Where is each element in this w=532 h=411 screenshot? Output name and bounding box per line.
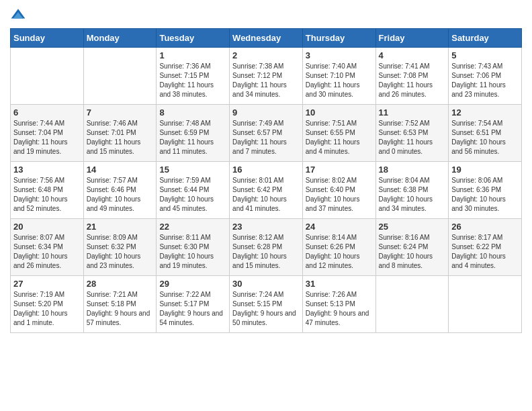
day-number: 7 <box>87 107 154 118</box>
day-number: 10 <box>306 107 373 118</box>
header-day-thursday: Thursday <box>302 29 375 48</box>
calendar-cell: 2Sunrise: 7:38 AM Sunset: 7:12 PM Daylig… <box>230 48 303 105</box>
calendar-cell: 13Sunrise: 7:56 AM Sunset: 6:48 PM Dayli… <box>11 162 84 219</box>
day-number: 30 <box>232 279 300 289</box>
calendar-cell: 20Sunrise: 8:07 AM Sunset: 6:34 PM Dayli… <box>11 219 84 276</box>
day-number: 9 <box>232 107 300 118</box>
header-day-sunday: Sunday <box>11 29 84 48</box>
day-info: Sunrise: 8:11 AM Sunset: 6:30 PM Dayligh… <box>159 233 226 271</box>
day-number: 2 <box>232 50 300 60</box>
calendar-cell: 23Sunrise: 8:12 AM Sunset: 6:28 PM Dayli… <box>230 219 303 276</box>
logo-icon <box>10 7 26 23</box>
calendar-cell <box>449 276 522 333</box>
day-info: Sunrise: 8:17 AM Sunset: 6:22 PM Dayligh… <box>451 233 519 271</box>
calendar-week-2: 6Sunrise: 7:44 AM Sunset: 7:04 PM Daylig… <box>11 105 522 162</box>
calendar-cell: 12Sunrise: 7:54 AM Sunset: 6:51 PM Dayli… <box>449 105 522 162</box>
day-info: Sunrise: 7:24 AM Sunset: 5:15 PM Dayligh… <box>232 290 300 328</box>
calendar-week-4: 20Sunrise: 8:07 AM Sunset: 6:34 PM Dayli… <box>11 219 522 276</box>
day-info: Sunrise: 7:43 AM Sunset: 7:06 PM Dayligh… <box>451 62 519 99</box>
day-number: 24 <box>306 222 373 232</box>
calendar-cell: 21Sunrise: 8:09 AM Sunset: 6:32 PM Dayli… <box>83 219 157 276</box>
calendar-cell: 26Sunrise: 8:17 AM Sunset: 6:22 PM Dayli… <box>449 219 522 276</box>
day-info: Sunrise: 7:48 AM Sunset: 6:59 PM Dayligh… <box>159 119 226 156</box>
day-info: Sunrise: 8:06 AM Sunset: 6:36 PM Dayligh… <box>451 176 519 214</box>
calendar-cell: 27Sunrise: 7:19 AM Sunset: 5:20 PM Dayli… <box>11 276 84 333</box>
day-number: 18 <box>379 165 446 175</box>
day-info: Sunrise: 7:21 AM Sunset: 5:18 PM Dayligh… <box>87 290 154 328</box>
day-number: 3 <box>306 50 373 60</box>
day-info: Sunrise: 7:46 AM Sunset: 7:01 PM Dayligh… <box>87 119 154 156</box>
day-info: Sunrise: 7:19 AM Sunset: 5:20 PM Dayligh… <box>13 290 81 328</box>
day-number: 17 <box>306 165 373 175</box>
calendar-cell <box>83 48 157 105</box>
header-row: SundayMondayTuesdayWednesdayThursdayFrid… <box>11 29 522 48</box>
calendar-cell: 18Sunrise: 8:04 AM Sunset: 6:38 PM Dayli… <box>375 162 449 219</box>
calendar-cell: 6Sunrise: 7:44 AM Sunset: 7:04 PM Daylig… <box>11 105 84 162</box>
day-info: Sunrise: 7:38 AM Sunset: 7:12 PM Dayligh… <box>232 62 300 99</box>
page-header <box>10 7 522 23</box>
calendar-cell: 24Sunrise: 8:14 AM Sunset: 6:26 PM Dayli… <box>302 219 375 276</box>
day-number: 8 <box>159 107 226 118</box>
calendar-cell: 5Sunrise: 7:43 AM Sunset: 7:06 PM Daylig… <box>449 48 522 105</box>
day-number: 29 <box>159 279 226 289</box>
day-info: Sunrise: 7:54 AM Sunset: 6:51 PM Dayligh… <box>451 119 519 156</box>
calendar-cell: 30Sunrise: 7:24 AM Sunset: 5:15 PM Dayli… <box>230 276 303 333</box>
calendar-header: SundayMondayTuesdayWednesdayThursdayFrid… <box>11 29 522 48</box>
day-number: 19 <box>451 165 519 175</box>
day-number: 23 <box>232 222 300 232</box>
header-day-wednesday: Wednesday <box>230 29 303 48</box>
calendar-table: SundayMondayTuesdayWednesdayThursdayFrid… <box>10 28 522 333</box>
logo <box>10 7 29 23</box>
day-number: 5 <box>451 50 519 60</box>
day-number: 16 <box>232 165 300 175</box>
calendar-cell: 14Sunrise: 7:57 AM Sunset: 6:46 PM Dayli… <box>83 162 157 219</box>
day-info: Sunrise: 7:26 AM Sunset: 5:13 PM Dayligh… <box>306 290 373 328</box>
day-info: Sunrise: 8:07 AM Sunset: 6:34 PM Dayligh… <box>13 233 81 271</box>
day-number: 26 <box>451 222 519 232</box>
calendar-cell: 7Sunrise: 7:46 AM Sunset: 7:01 PM Daylig… <box>83 105 157 162</box>
calendar-cell: 31Sunrise: 7:26 AM Sunset: 5:13 PM Dayli… <box>302 276 375 333</box>
header-day-saturday: Saturday <box>449 29 522 48</box>
day-info: Sunrise: 8:02 AM Sunset: 6:40 PM Dayligh… <box>306 176 373 214</box>
day-number: 12 <box>451 107 519 118</box>
day-info: Sunrise: 7:36 AM Sunset: 7:15 PM Dayligh… <box>159 62 226 99</box>
day-info: Sunrise: 8:14 AM Sunset: 6:26 PM Dayligh… <box>306 233 373 271</box>
calendar-cell: 22Sunrise: 8:11 AM Sunset: 6:30 PM Dayli… <box>157 219 230 276</box>
calendar-week-1: 1Sunrise: 7:36 AM Sunset: 7:15 PM Daylig… <box>11 48 522 105</box>
day-number: 27 <box>13 279 81 289</box>
calendar-cell: 9Sunrise: 7:49 AM Sunset: 6:57 PM Daylig… <box>230 105 303 162</box>
day-info: Sunrise: 7:41 AM Sunset: 7:08 PM Dayligh… <box>379 62 446 99</box>
calendar-cell: 19Sunrise: 8:06 AM Sunset: 6:36 PM Dayli… <box>449 162 522 219</box>
day-info: Sunrise: 8:12 AM Sunset: 6:28 PM Dayligh… <box>232 233 300 271</box>
day-number: 11 <box>379 107 446 118</box>
calendar-cell <box>11 48 84 105</box>
calendar-cell: 16Sunrise: 8:01 AM Sunset: 6:42 PM Dayli… <box>230 162 303 219</box>
day-number: 21 <box>87 222 154 232</box>
day-number: 25 <box>379 222 446 232</box>
day-info: Sunrise: 7:56 AM Sunset: 6:48 PM Dayligh… <box>13 176 81 214</box>
day-number: 15 <box>159 165 226 175</box>
day-info: Sunrise: 7:44 AM Sunset: 7:04 PM Dayligh… <box>13 119 81 156</box>
day-info: Sunrise: 7:52 AM Sunset: 6:53 PM Dayligh… <box>379 119 446 156</box>
calendar-cell: 28Sunrise: 7:21 AM Sunset: 5:18 PM Dayli… <box>83 276 157 333</box>
calendar-cell: 15Sunrise: 7:59 AM Sunset: 6:44 PM Dayli… <box>157 162 230 219</box>
day-number: 14 <box>87 165 154 175</box>
day-info: Sunrise: 7:40 AM Sunset: 7:10 PM Dayligh… <box>306 62 373 99</box>
day-info: Sunrise: 8:09 AM Sunset: 6:32 PM Dayligh… <box>87 233 154 271</box>
day-info: Sunrise: 7:49 AM Sunset: 6:57 PM Dayligh… <box>232 119 300 156</box>
calendar-cell: 8Sunrise: 7:48 AM Sunset: 6:59 PM Daylig… <box>157 105 230 162</box>
header-day-friday: Friday <box>375 29 449 48</box>
day-info: Sunrise: 8:01 AM Sunset: 6:42 PM Dayligh… <box>232 176 300 214</box>
calendar-week-5: 27Sunrise: 7:19 AM Sunset: 5:20 PM Dayli… <box>11 276 522 333</box>
calendar-cell: 25Sunrise: 8:16 AM Sunset: 6:24 PM Dayli… <box>375 219 449 276</box>
day-info: Sunrise: 7:22 AM Sunset: 5:17 PM Dayligh… <box>159 290 226 328</box>
day-number: 31 <box>306 279 373 289</box>
calendar-body: 1Sunrise: 7:36 AM Sunset: 7:15 PM Daylig… <box>11 48 522 333</box>
day-info: Sunrise: 8:16 AM Sunset: 6:24 PM Dayligh… <box>379 233 446 271</box>
calendar-week-3: 13Sunrise: 7:56 AM Sunset: 6:48 PM Dayli… <box>11 162 522 219</box>
calendar-cell: 4Sunrise: 7:41 AM Sunset: 7:08 PM Daylig… <box>375 48 449 105</box>
calendar-cell: 11Sunrise: 7:52 AM Sunset: 6:53 PM Dayli… <box>375 105 449 162</box>
day-info: Sunrise: 7:59 AM Sunset: 6:44 PM Dayligh… <box>159 176 226 214</box>
calendar-cell: 10Sunrise: 7:51 AM Sunset: 6:55 PM Dayli… <box>302 105 375 162</box>
calendar-cell: 17Sunrise: 8:02 AM Sunset: 6:40 PM Dayli… <box>302 162 375 219</box>
